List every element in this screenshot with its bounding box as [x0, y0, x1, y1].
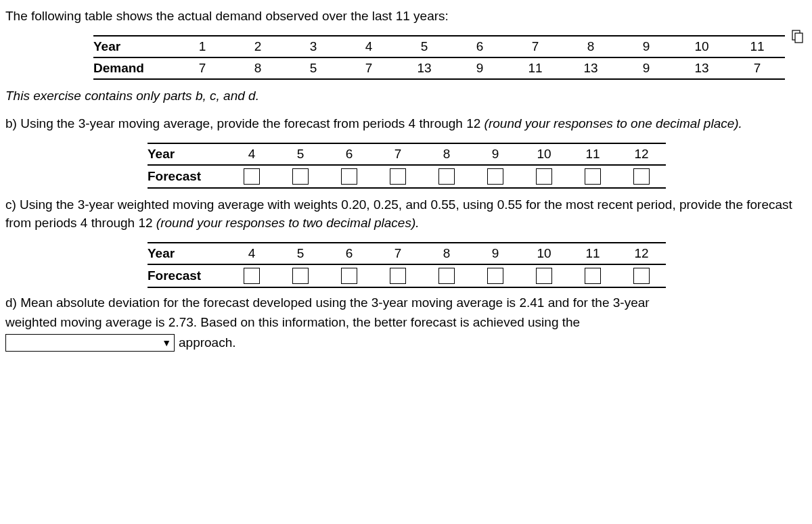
year-cell: 8 — [563, 36, 618, 57]
demand-cell: 7 — [175, 57, 230, 79]
year-cell: 9 — [618, 36, 674, 57]
chevron-down-icon: ▼ — [162, 337, 171, 348]
forecast-input[interactable] — [341, 268, 357, 284]
forecast-input[interactable] — [292, 168, 309, 185]
forecast-input[interactable] — [438, 268, 455, 284]
year-cell: 7 — [508, 36, 563, 57]
year-cell: 11 — [568, 243, 617, 264]
year-cell: 4 — [227, 143, 276, 165]
forecast-input[interactable] — [585, 168, 601, 185]
year-cell: 12 — [617, 243, 666, 264]
demand-cell: 9 — [618, 57, 674, 79]
forecast-row-label: Forecast — [148, 165, 227, 188]
demand-cell: 13 — [674, 57, 729, 79]
forecast-input[interactable] — [341, 168, 357, 185]
year-cell: 5 — [397, 36, 452, 57]
year-cell: 5 — [276, 143, 325, 165]
year-row-label: Year — [148, 143, 227, 165]
part-c-text: c) Using the 3-year weighted moving aver… — [5, 195, 807, 233]
demand-cell: 13 — [563, 57, 618, 79]
year-cell: 5 — [276, 243, 325, 264]
part-b-text: b) Using the 3-year moving average, prov… — [5, 114, 807, 133]
year-cell: 9 — [471, 243, 520, 264]
year-cell: 10 — [520, 243, 568, 264]
year-cell: 10 — [520, 143, 568, 165]
part-b-prompt: b) Using the 3-year moving average, prov… — [5, 116, 484, 130]
year-cell: 6 — [452, 36, 508, 57]
intro-text: The following table shows the actual dem… — [5, 7, 807, 26]
year-cell: 2 — [230, 36, 286, 57]
year-cell: 6 — [325, 143, 374, 165]
demand-row-label: Demand — [93, 57, 175, 79]
part-c-rounding-note: (round your responses to two decimal pla… — [156, 216, 420, 230]
year-cell: 8 — [422, 143, 471, 165]
forecast-input[interactable] — [536, 268, 552, 284]
forecast-input[interactable] — [292, 268, 309, 284]
year-cell: 3 — [286, 36, 341, 57]
forecast-row-label: Forecast — [148, 264, 227, 287]
year-cell: 7 — [374, 243, 422, 264]
year-row-label: Year — [93, 36, 175, 57]
part-d-text: d) Mean absolute deviation for the forec… — [5, 293, 807, 352]
forecast-input[interactable] — [487, 268, 503, 284]
forecast-input[interactable] — [390, 268, 406, 284]
svg-rect-1 — [795, 33, 803, 43]
part-d-line1: d) Mean absolute deviation for the forec… — [5, 293, 807, 312]
forecast-input[interactable] — [633, 268, 650, 284]
year-cell: 6 — [325, 243, 374, 264]
parts-note: This exercise contains only parts b, c, … — [5, 87, 807, 105]
part-d-tail: approach. — [179, 333, 236, 352]
approach-dropdown[interactable]: ▼ — [5, 334, 175, 352]
year-cell: 11 — [729, 36, 785, 57]
forecast-input[interactable] — [585, 268, 601, 284]
year-cell: 8 — [422, 243, 471, 264]
part-d-line2: weighted moving average is 2.73. Based o… — [5, 313, 807, 332]
part-b-forecast-table: Year 4 5 6 7 8 9 10 11 12 Forecast — [148, 143, 666, 189]
year-cell: 11 — [568, 143, 617, 165]
part-c-forecast-table: Year 4 5 6 7 8 9 10 11 12 Forecast — [148, 242, 666, 288]
year-cell: 1 — [175, 36, 230, 57]
demand-cell: 8 — [230, 57, 286, 79]
copy-icon[interactable] — [792, 30, 804, 43]
forecast-input[interactable] — [390, 168, 406, 185]
demand-cell: 7 — [341, 57, 397, 79]
demand-table: Year 1 2 3 4 5 6 7 8 9 10 11 Demand 7 8 … — [93, 35, 785, 80]
demand-cell: 11 — [508, 57, 563, 79]
forecast-input[interactable] — [244, 168, 260, 185]
year-cell: 9 — [471, 143, 520, 165]
demand-cell: 7 — [729, 57, 785, 79]
forecast-input[interactable] — [244, 268, 260, 284]
year-cell: 4 — [227, 243, 276, 264]
demand-cell: 5 — [286, 57, 341, 79]
part-b-rounding-note: (round your responses to one decimal pla… — [484, 116, 742, 130]
forecast-input[interactable] — [438, 168, 455, 185]
year-cell: 4 — [341, 36, 397, 57]
year-cell: 7 — [374, 143, 422, 165]
demand-cell: 9 — [452, 57, 508, 79]
demand-cell: 13 — [397, 57, 452, 79]
year-cell: 10 — [674, 36, 729, 57]
forecast-input[interactable] — [633, 168, 650, 185]
forecast-input[interactable] — [536, 168, 552, 185]
year-cell: 12 — [617, 143, 666, 165]
year-row-label: Year — [148, 243, 227, 264]
forecast-input[interactable] — [487, 168, 503, 185]
